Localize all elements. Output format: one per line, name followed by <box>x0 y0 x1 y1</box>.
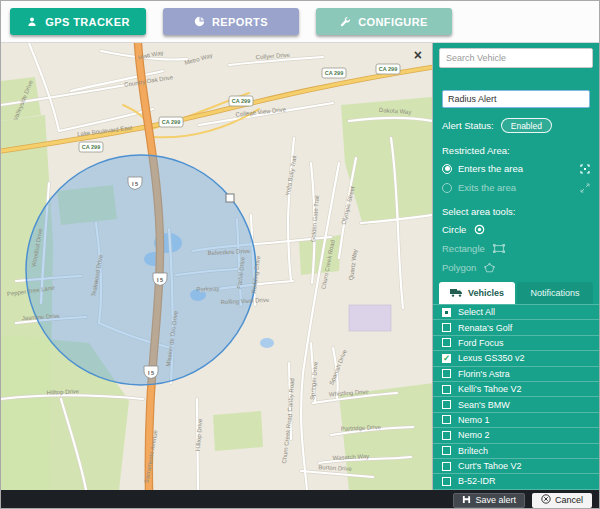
svg-text:CA 299: CA 299 <box>325 70 343 76</box>
tab-notifications[interactable]: Notifications <box>517 282 593 304</box>
vehicle-checkbox[interactable] <box>442 431 451 440</box>
vehicle-row[interactable]: Nemo 2 <box>433 428 599 443</box>
vehicle-label: B-52-IDR <box>458 476 496 486</box>
vehicle-row[interactable]: Briltech <box>433 444 599 459</box>
i5-shield: I 5 <box>128 177 142 190</box>
ca299-shield: CA 299 <box>159 117 183 127</box>
vehicle-list: Select AllRenata's GolfFord Focus✓Lexus … <box>433 304 599 490</box>
circle-tool-icon <box>474 224 485 235</box>
svg-text:I 5: I 5 <box>132 181 138 187</box>
ca299-shield: CA 299 <box>322 68 346 78</box>
circle-resize-handle[interactable] <box>226 194 234 202</box>
enters-area-label: Enters the area <box>458 163 523 174</box>
svg-text:CA 299: CA 299 <box>162 119 180 125</box>
vehicle-label: Sean's BMW <box>458 400 510 410</box>
map[interactable]: CA 299CA 299CA 299CA 299CA 299I 5I 5I 5V… <box>1 43 433 490</box>
alert-status-badge[interactable]: Enabled <box>501 118 552 133</box>
cancel-label: Cancel <box>555 495 583 505</box>
water-area <box>260 338 274 348</box>
save-alert-button[interactable]: Save alert <box>453 493 525 508</box>
alert-status-label: Alert Status: <box>442 120 494 131</box>
area-tools-label: Select area tools: <box>442 206 590 217</box>
exit-area-icon <box>580 183 590 193</box>
tab-vehicles[interactable]: Vehicles <box>439 282 515 304</box>
park-area <box>213 411 263 451</box>
vehicle-row[interactable]: Ford Focus <box>433 336 599 351</box>
vehicle-label: Florin's Astra <box>458 369 510 379</box>
svg-text:CA 299: CA 299 <box>82 144 100 150</box>
vehicle-checkbox[interactable]: ✓ <box>442 354 451 363</box>
ca299-shield: CA 299 <box>376 64 400 74</box>
vehicle-row[interactable]: Renata's Golf <box>433 320 599 335</box>
vehicle-checkbox[interactable] <box>442 415 451 424</box>
vehicle-checkbox[interactable] <box>442 385 451 394</box>
exits-area-label: Exits the area <box>458 182 516 193</box>
vehicle-checkbox[interactable] <box>442 462 451 471</box>
vehicle-label: Briltech <box>458 446 488 456</box>
search-vehicle-input[interactable] <box>439 48 593 68</box>
vehicle-label: Renata's Golf <box>458 323 512 333</box>
exits-area-option[interactable]: Exits the area <box>442 181 590 194</box>
configure-label: CONFIGURE <box>358 16 428 28</box>
vehicle-label: Nemo 2 <box>458 430 490 440</box>
tab-notifications-label: Notifications <box>530 288 579 298</box>
vehicle-row[interactable]: Sean's BMW <box>433 397 599 412</box>
vehicle-row[interactable]: Kelli's Tahoe V2 <box>433 382 599 397</box>
map-svg[interactable]: CA 299CA 299CA 299CA 299CA 299I 5I 5I 5V… <box>1 43 433 490</box>
vehicle-checkbox[interactable] <box>442 323 451 332</box>
enters-area-radio[interactable] <box>442 164 452 174</box>
polygon-tool-icon <box>484 263 495 273</box>
vehicle-row[interactable]: Select All <box>433 305 599 320</box>
vehicle-row[interactable]: Florin's Astra <box>433 367 599 382</box>
gps-tracker-tab[interactable]: GPS TRACKER <box>10 8 146 35</box>
circle-tool[interactable]: Circle <box>442 223 590 236</box>
top-nav: GPS TRACKER REPORTS CONFIGURE <box>1 1 599 43</box>
rectangle-tool[interactable]: Rectangle <box>442 242 590 255</box>
svg-text:CA 299: CA 299 <box>379 66 397 72</box>
gps-person-icon <box>26 16 38 28</box>
exits-area-radio[interactable] <box>442 183 452 193</box>
reports-label: REPORTS <box>212 16 268 28</box>
footer-bar: Save alert Cancel <box>1 490 599 509</box>
alert-name-input[interactable] <box>442 90 590 108</box>
vehicle-label: Ford Focus <box>458 338 504 348</box>
svg-text:CA 299: CA 299 <box>232 98 250 104</box>
alert-sidebar: Alert Status: Enabled Restricted Area: E… <box>433 43 599 490</box>
cancel-button[interactable]: Cancel <box>532 493 592 508</box>
vehicle-label: Lexus GS350 v2 <box>458 353 525 363</box>
save-alert-label: Save alert <box>475 495 516 505</box>
vehicle-checkbox[interactable] <box>442 369 451 378</box>
wrench-icon <box>340 16 351 27</box>
vehicle-checkbox[interactable] <box>442 338 451 347</box>
svg-text:I 5: I 5 <box>157 277 163 283</box>
vehicle-checkbox[interactable] <box>442 400 451 409</box>
vehicle-row[interactable]: ✓Lexus GS350 v2 <box>433 351 599 366</box>
reports-tab[interactable]: REPORTS <box>163 8 299 35</box>
vehicle-row[interactable]: Nemo 1 <box>433 413 599 428</box>
save-icon <box>462 495 471 506</box>
vehicle-checkbox[interactable] <box>442 446 451 455</box>
radius-circle[interactable] <box>26 155 256 385</box>
rectangle-tool-label: Rectangle <box>442 243 485 254</box>
enter-area-icon <box>580 164 590 174</box>
sidebar-tabs: Vehicles Notifications <box>433 282 599 304</box>
map-close-icon[interactable]: × <box>414 48 422 62</box>
i5-shield: I 5 <box>153 273 167 286</box>
vehicle-checkbox[interactable] <box>442 308 451 317</box>
gps-tracker-label: GPS TRACKER <box>45 16 129 28</box>
configure-tab[interactable]: CONFIGURE <box>316 8 452 35</box>
ca299-shield: CA 299 <box>79 142 103 152</box>
truck-icon <box>450 288 463 299</box>
vehicle-checkbox[interactable] <box>442 477 451 486</box>
building-area <box>349 305 391 331</box>
cancel-icon <box>541 494 551 506</box>
enters-area-option[interactable]: Enters the area <box>442 162 590 175</box>
rectangle-tool-icon <box>493 244 505 253</box>
street-label: Parkway <box>196 285 219 292</box>
vehicle-row[interactable]: Curt's Tahoe V2 <box>433 459 599 474</box>
alert-settings-panel: Alert Status: Enabled Restricted Area: E… <box>433 68 599 274</box>
circle-tool-label: Circle <box>442 224 466 235</box>
pie-chart-icon <box>194 16 205 27</box>
vehicle-row[interactable]: B-52-IDR <box>433 474 599 489</box>
polygon-tool[interactable]: Polygon <box>442 261 590 274</box>
